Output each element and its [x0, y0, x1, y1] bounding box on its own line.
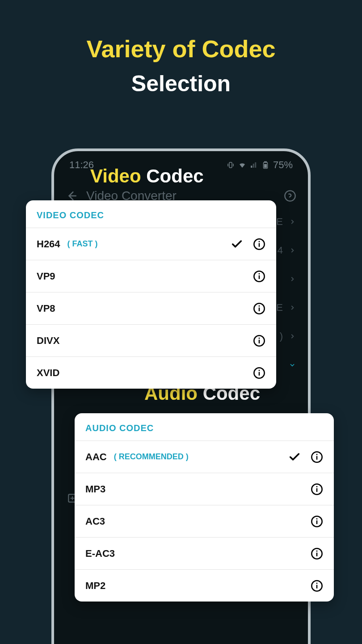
wifi-icon	[238, 161, 246, 169]
video-codec-label: Video Codec	[90, 165, 204, 187]
option-tag: ( RECOMMENDED )	[114, 452, 189, 462]
svg-point-35	[316, 582, 318, 584]
info-icon[interactable]	[253, 270, 265, 283]
svg-rect-3	[264, 164, 267, 168]
info-icon[interactable]	[311, 580, 323, 592]
option-name: MP3	[85, 483, 105, 495]
audio-codec-option[interactable]: AAC( RECOMMENDED )	[75, 441, 334, 473]
vibrate-icon	[227, 161, 235, 169]
chevron-right-icon	[289, 247, 295, 254]
audio-codec-option[interactable]: E-AC3	[75, 537, 334, 569]
info-icon[interactable]	[253, 335, 265, 347]
headline-top: Variety of Codec	[0, 35, 362, 63]
option-name: H264	[37, 238, 60, 250]
chevron-right-icon	[289, 333, 295, 339]
option-name: DIVX	[37, 335, 59, 347]
video-codec-option[interactable]: H264( FAST )	[26, 228, 276, 260]
svg-point-26	[316, 486, 318, 487]
chevron-right-icon	[289, 276, 295, 282]
signal-icon	[250, 161, 258, 169]
info-icon[interactable]	[311, 547, 323, 560]
video-codec-option[interactable]: DIVX	[26, 324, 276, 356]
option-tag: ( FAST )	[67, 239, 98, 249]
video-codec-options: H264( FAST )VP9VP8DIVXXVID	[26, 228, 276, 389]
info-icon[interactable]	[253, 367, 265, 379]
video-codec-card: VIDEO CODEC H264( FAST )VP9VP8DIVXXVID	[26, 200, 276, 389]
svg-point-11	[259, 273, 260, 274]
audio-codec-card: AUDIO CODEC AAC( RECOMMENDED )MP3AC3E-AC…	[75, 413, 334, 602]
battery-icon	[261, 161, 269, 169]
video-codec-header: VIDEO CODEC	[26, 200, 276, 228]
audio-codec-option[interactable]: AC3	[75, 505, 334, 537]
status-battery-text: 75%	[273, 159, 293, 171]
svg-point-17	[259, 337, 260, 339]
svg-point-29	[316, 518, 318, 519]
info-icon[interactable]	[311, 483, 323, 496]
audio-codec-header: AUDIO CODEC	[75, 413, 334, 441]
option-name: MP2	[85, 580, 105, 592]
check-icon	[288, 451, 301, 463]
option-name: E-AC3	[85, 548, 115, 559]
headline: Variety of Codec Selection	[0, 0, 362, 97]
headline-bottom: Selection	[0, 71, 362, 97]
chevron-right-icon	[289, 219, 295, 225]
chevron-right-icon	[289, 305, 295, 311]
svg-point-8	[259, 241, 260, 242]
svg-point-20	[259, 369, 260, 371]
video-codec-option[interactable]: VP8	[26, 292, 276, 324]
svg-rect-2	[265, 162, 267, 163]
svg-point-14	[259, 305, 260, 306]
video-codec-option[interactable]: XVID	[26, 356, 276, 389]
chevron-down-icon	[289, 362, 295, 368]
info-icon[interactable]	[311, 451, 323, 463]
help-icon[interactable]	[284, 190, 296, 202]
option-name: XVID	[37, 367, 59, 379]
check-icon	[231, 238, 243, 250]
option-name: VP8	[37, 303, 55, 314]
option-name: AAC	[85, 451, 107, 463]
audio-codec-options: AAC( RECOMMENDED )MP3AC3E-AC3MP2	[75, 441, 334, 602]
info-icon[interactable]	[253, 238, 265, 250]
status-right: 75%	[227, 159, 293, 171]
audio-codec-option[interactable]: MP3	[75, 473, 334, 505]
svg-rect-0	[229, 162, 232, 168]
option-name: AC3	[85, 516, 105, 527]
audio-codec-option[interactable]: MP2	[75, 569, 334, 602]
video-codec-option[interactable]: VP9	[26, 260, 276, 292]
info-icon[interactable]	[311, 515, 323, 528]
option-name: VP9	[37, 271, 55, 282]
svg-point-23	[316, 453, 318, 455]
info-icon[interactable]	[253, 302, 265, 315]
svg-point-32	[316, 550, 318, 551]
